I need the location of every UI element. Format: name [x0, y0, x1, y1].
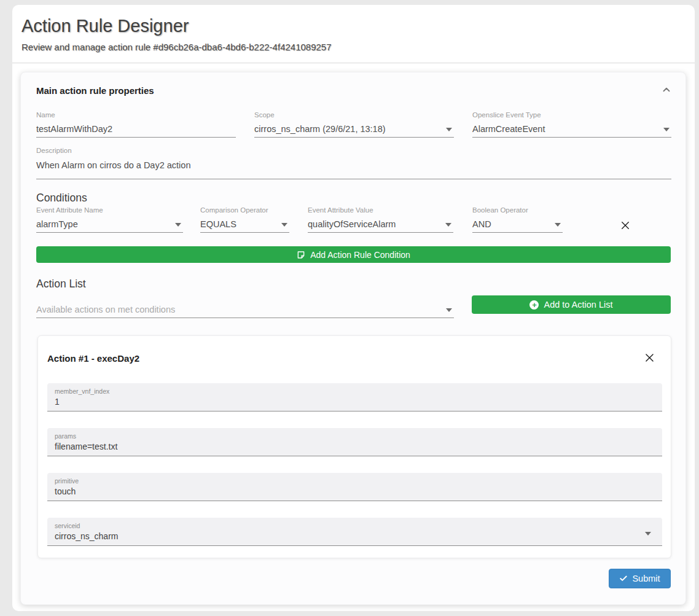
action-field-primitive[interactable]: primitive touch: [47, 473, 662, 501]
action-field-serviceid[interactable]: serviceid cirros_ns_charm: [47, 518, 662, 546]
add-condition-button[interactable]: Add Action Rule Condition: [36, 246, 671, 263]
dropdown-arrow-icon[interactable]: [281, 223, 287, 227]
page-card: Action Rule Designer Review and manage a…: [12, 5, 695, 611]
action-list-section-title: Action List: [36, 278, 86, 290]
page-subtitle: Review and manage action rule #d96cb26a-…: [21, 42, 332, 52]
member-vnf-index-label: member_vnf_index: [55, 388, 655, 395]
submit-label: Submit: [632, 574, 660, 583]
serviceid-value: cirros_ns_charm: [55, 531, 655, 541]
event-type-value: AlarmCreateEvent: [472, 124, 545, 134]
action-field-params[interactable]: params filename=test.txt: [47, 428, 662, 456]
close-icon: [644, 356, 655, 365]
dropdown-arrow-icon[interactable]: [663, 128, 670, 131]
remove-condition-button[interactable]: [620, 220, 631, 231]
add-to-action-list-button[interactable]: + Add to Action List: [472, 295, 671, 314]
boolean-operator-select[interactable]: Boolean Operator AND: [472, 206, 563, 233]
member-vnf-index-value: 1: [55, 397, 655, 407]
scope-label: Scope: [254, 111, 275, 119]
description-label: Description: [36, 147, 72, 154]
rule-designer-card: Main action rule properties Name testAla…: [20, 72, 686, 605]
scope-value: cirros_ns_charm (29/6/21, 13:18): [254, 124, 386, 134]
available-actions-placeholder: Available actions on met conditions: [36, 305, 175, 314]
primitive-value: touch: [55, 486, 655, 496]
page-header: Action Rule Designer Review and manage a…: [12, 5, 695, 63]
submit-button[interactable]: Submit: [609, 569, 671, 588]
add-to-action-list-label: Add to Action List: [544, 300, 612, 310]
action-card: Action #1 - execDay2 member_vnf_index 1 …: [37, 335, 671, 558]
dropdown-arrow-icon[interactable]: [555, 223, 561, 227]
name-label: Name: [36, 111, 55, 119]
conditions-section-title: Conditions: [36, 192, 87, 205]
event-attribute-name-label: Event Attribute Name: [36, 206, 103, 214]
plus-circle-icon: +: [529, 300, 539, 310]
page-title: Action Rule Designer: [21, 16, 189, 36]
available-actions-select[interactable]: Available actions on met conditions: [36, 294, 454, 318]
dropdown-arrow-icon[interactable]: [445, 223, 451, 227]
properties-section-title: Main action rule properties: [36, 85, 154, 96]
action-card-title: Action #1 - execDay2: [47, 353, 139, 364]
scope-select[interactable]: Scope cirros_ns_charm (29/6/21, 13:18): [254, 111, 454, 138]
params-label: params: [55, 432, 655, 440]
dropdown-arrow-icon[interactable]: [446, 128, 452, 131]
boolean-operator-label: Boolean Operator: [472, 206, 528, 214]
chevron-up-icon: [661, 88, 672, 97]
description-value: When Alarm on cirros do a Day2 action: [36, 160, 190, 170]
event-attribute-value-value: qualityOfServiceAlarm: [308, 219, 396, 229]
params-value: filename=test.txt: [55, 442, 655, 451]
check-icon: [619, 574, 628, 583]
action-field-member-vnf-index[interactable]: member_vnf_index 1: [47, 383, 662, 411]
remove-action-button[interactable]: [644, 352, 655, 364]
event-type-label: Openslice Event Type: [472, 111, 541, 119]
serviceid-label: serviceid: [55, 522, 655, 529]
note-icon: [297, 251, 305, 259]
name-input[interactable]: Name testAlarmWithDay2: [36, 111, 236, 138]
add-condition-label: Add Action Rule Condition: [310, 250, 410, 260]
dropdown-arrow-icon[interactable]: [175, 223, 181, 227]
dropdown-arrow-icon[interactable]: [645, 532, 651, 536]
name-value: testAlarmWithDay2: [36, 124, 112, 134]
event-attribute-value-select[interactable]: Event Attribute Value qualityOfServiceAl…: [308, 206, 453, 233]
comparison-operator-label: Comparison Operator: [200, 206, 268, 214]
close-icon: [620, 224, 631, 233]
comparison-operator-select[interactable]: Comparison Operator EQUALS: [200, 206, 289, 233]
event-attribute-value-label: Event Attribute Value: [308, 206, 373, 214]
dropdown-arrow-icon[interactable]: [446, 308, 452, 312]
description-input[interactable]: Description When Alarm on cirros do a Da…: [36, 147, 671, 179]
collapse-section-button[interactable]: [660, 84, 673, 97]
event-type-select[interactable]: Openslice Event Type AlarmCreateEvent: [472, 111, 671, 138]
event-attribute-name-value: alarmType: [36, 219, 78, 229]
comparison-operator-value: EQUALS: [200, 219, 236, 229]
boolean-operator-value: AND: [472, 219, 491, 229]
event-attribute-name-select[interactable]: Event Attribute Name alarmType: [36, 206, 183, 233]
primitive-label: primitive: [55, 477, 655, 485]
